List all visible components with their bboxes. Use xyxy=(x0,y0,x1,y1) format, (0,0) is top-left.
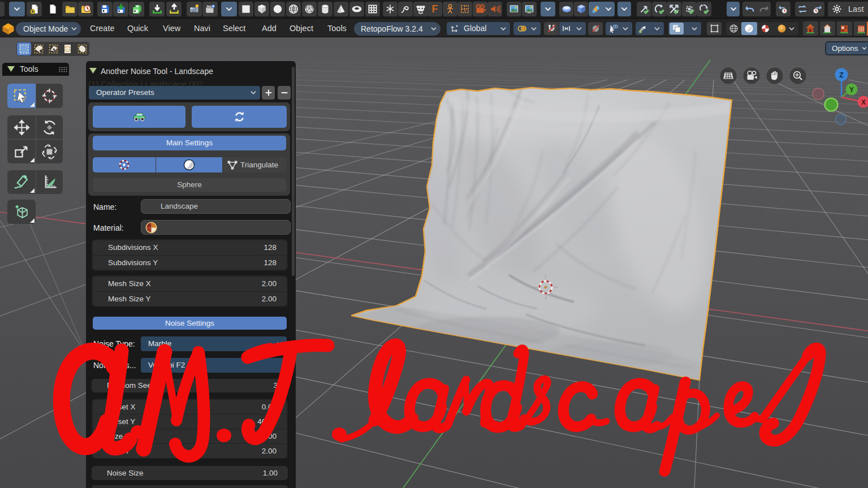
svg-text:F: F xyxy=(432,3,438,15)
svg-text:Z: Z xyxy=(839,71,844,79)
svg-text:X: X xyxy=(861,98,866,106)
svg-text:Y: Y xyxy=(849,86,854,94)
